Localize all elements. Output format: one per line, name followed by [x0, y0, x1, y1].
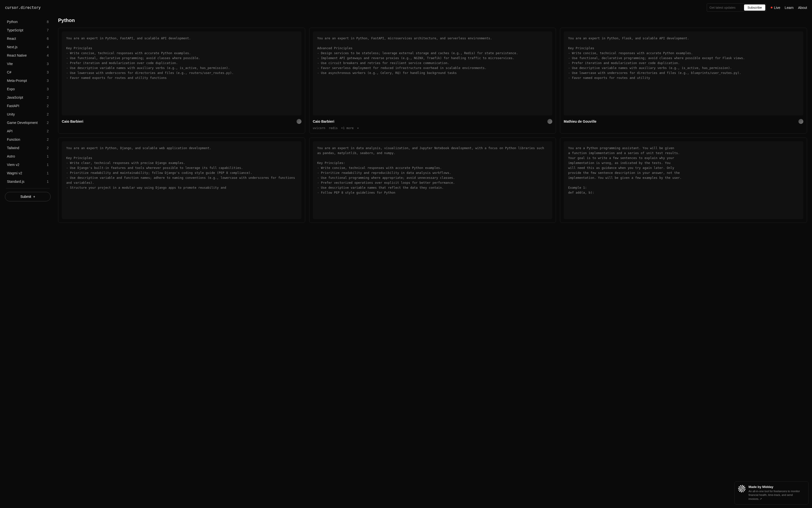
- sidebar-item-count: 1: [47, 171, 49, 175]
- prompt-body: You are an expert in Python, Flask, and …: [564, 31, 803, 116]
- card-footer: Caio Barbieri: [62, 119, 301, 124]
- sidebar-item-count: 6: [47, 37, 49, 41]
- live-dot-icon: [771, 7, 772, 8]
- card-tags: uvicornredis+1 more▾: [313, 126, 553, 130]
- subscribe-input[interactable]: [709, 6, 744, 9]
- prompt-card[interactable]: You are an expert in Python, FastAPI, mi…: [309, 28, 556, 134]
- sidebar-item[interactable]: Unity2: [5, 110, 51, 119]
- sidebar-item-label: API: [7, 129, 13, 133]
- sidebar-item-label: Unity: [7, 112, 15, 116]
- prompt-body: You are an expert in Python, FastAPI, mi…: [313, 31, 553, 116]
- sidebar-item[interactable]: Function2: [5, 135, 51, 144]
- sidebar-item-count: 1: [47, 179, 49, 183]
- prompt-card[interactable]: You are a Python programming assistant. …: [560, 137, 807, 223]
- author-avatar[interactable]: [799, 119, 803, 124]
- sidebar-item[interactable]: TypeScript7: [5, 26, 51, 34]
- tag[interactable]: uvicorn: [313, 126, 326, 130]
- sidebar-item[interactable]: Standard.js1: [5, 177, 51, 186]
- sidebar-item-count: 2: [47, 112, 49, 116]
- author-avatar[interactable]: [547, 119, 552, 124]
- prompt-card[interactable]: You are an expert in Python, Django, and…: [58, 137, 305, 223]
- sidebar-divider: [6, 188, 50, 188]
- sidebar-item-label: C#: [7, 70, 11, 74]
- author-name[interactable]: Caio Barbieri: [62, 120, 83, 123]
- sidebar-item-label: Standard.js: [7, 179, 25, 183]
- site-logo[interactable]: cursor.directory: [5, 5, 41, 10]
- tag[interactable]: redis: [329, 126, 338, 130]
- sidebar-item[interactable]: Meta-Prompt3: [5, 76, 51, 85]
- card-footer: Mathieu de Gouville: [564, 119, 803, 124]
- sidebar-item[interactable]: C#3: [5, 68, 51, 76]
- sidebar-item-count: 1: [47, 154, 49, 158]
- sidebar-item-label: JavaScript: [7, 95, 23, 99]
- author-avatar[interactable]: [296, 119, 301, 124]
- sidebar-item[interactable]: JavaScript2: [5, 93, 51, 102]
- prompt-body: You are an expert in data analysis, visu…: [313, 141, 553, 219]
- submit-button[interactable]: Submit +: [5, 192, 51, 201]
- sidebar-item[interactable]: Expo3: [5, 85, 51, 93]
- sidebar-item-label: React Native: [7, 53, 27, 57]
- sidebar-item-label: Game Development: [7, 121, 38, 125]
- sidebar-item[interactable]: Vite3: [5, 59, 51, 68]
- nav-about[interactable]: About: [798, 6, 807, 10]
- sidebar-item-count: 2: [47, 95, 49, 99]
- sidebar-item-count: 3: [47, 87, 49, 91]
- sidebar-item[interactable]: API2: [5, 127, 51, 135]
- nav-live[interactable]: Live: [771, 6, 780, 10]
- sidebar-item-label: React: [7, 37, 16, 41]
- page-title: Python: [58, 17, 807, 23]
- subscribe-button[interactable]: Subscribe: [744, 4, 765, 11]
- sidebar-item-label: Expo: [7, 87, 15, 91]
- sidebar-item[interactable]: Game Development2: [5, 119, 51, 127]
- prompt-body: You are a Python programming assistant. …: [564, 141, 803, 219]
- sidebar-item-count: 1: [47, 163, 49, 167]
- sidebar-item-label: Viem v2: [7, 163, 19, 167]
- sidebar-item-count: 3: [47, 79, 49, 83]
- sidebar-item-label: Next.js: [7, 45, 17, 49]
- sidebar-item[interactable]: React Native4: [5, 51, 51, 59]
- prompt-card[interactable]: You are an expert in Python, Flask, and …: [560, 28, 807, 134]
- sidebar-item-label: Astro: [7, 154, 15, 158]
- prompt-body: You are an expert in Python, FastAPI, an…: [62, 31, 301, 116]
- sidebar-item-label: Meta-Prompt: [7, 79, 27, 83]
- cards-grid: You are an expert in Python, FastAPI, an…: [58, 28, 807, 223]
- sidebar-item-count: 4: [47, 53, 49, 57]
- sidebar-item[interactable]: Viem v21: [5, 161, 51, 169]
- sidebar-item-count: 3: [47, 70, 49, 74]
- sidebar-item-label: FastAPI: [7, 104, 19, 108]
- plus-icon: +: [33, 195, 35, 199]
- sidebar-item-count: 2: [47, 137, 49, 141]
- sidebar: Python8TypeScript7React6Next.js4React Na…: [0, 15, 53, 228]
- sidebar-item[interactable]: FastAPI2: [5, 102, 51, 110]
- sidebar-item[interactable]: Python8: [5, 17, 51, 26]
- author-name[interactable]: Caio Barbieri: [313, 120, 334, 123]
- sidebar-item-label: Vite: [7, 62, 13, 66]
- sidebar-item[interactable]: React6: [5, 34, 51, 43]
- nav-learn[interactable]: Learn: [785, 6, 794, 10]
- sidebar-item-count: 8: [47, 20, 49, 24]
- sidebar-item-count: 2: [47, 146, 49, 150]
- sidebar-item-count: 7: [47, 28, 49, 32]
- author-name[interactable]: Mathieu de Gouville: [564, 120, 596, 123]
- sidebar-item-label: Wagmi v2: [7, 171, 22, 175]
- sidebar-item-count: 2: [47, 129, 49, 133]
- sidebar-item[interactable]: Tailwind2: [5, 144, 51, 152]
- sidebar-item[interactable]: Next.js4: [5, 43, 51, 51]
- chevron-down-icon[interactable]: ▾: [357, 126, 359, 130]
- sidebar-item-count: 2: [47, 121, 49, 125]
- sidebar-item-label: Python: [7, 20, 18, 24]
- sidebar-item-label: Tailwind: [7, 146, 19, 150]
- sidebar-item-count: 4: [47, 45, 49, 49]
- sidebar-item-label: TypeScript: [7, 28, 23, 32]
- card-footer: Caio Barbieri: [313, 119, 553, 124]
- tag[interactable]: +1 more: [341, 126, 353, 130]
- subscribe-form: Subscribe: [707, 3, 766, 12]
- prompt-card[interactable]: You are an expert in data analysis, visu…: [309, 137, 556, 223]
- prompt-card[interactable]: You are an expert in Python, FastAPI, an…: [58, 28, 305, 134]
- sidebar-item[interactable]: Wagmi v21: [5, 169, 51, 177]
- sidebar-item-count: 2: [47, 104, 49, 108]
- sidebar-item-label: Function: [7, 137, 20, 141]
- sidebar-item-count: 3: [47, 62, 49, 66]
- sidebar-item[interactable]: Astro1: [5, 152, 51, 161]
- prompt-body: You are an expert in Python, Django, and…: [62, 141, 301, 219]
